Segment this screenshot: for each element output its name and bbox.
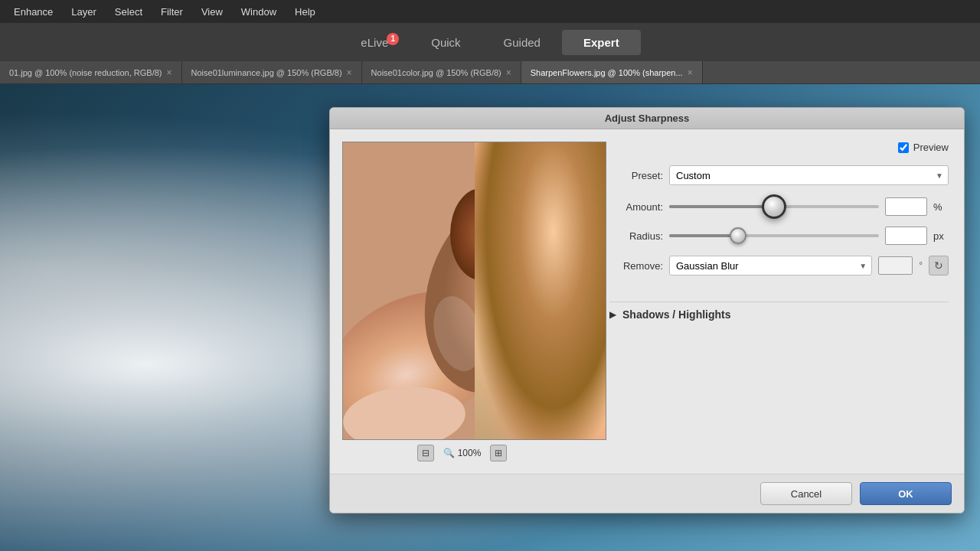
radius-slider-thumb[interactable] — [730, 227, 746, 244]
remove-angle-input[interactable]: 0 — [878, 256, 913, 275]
amount-label: Amount: — [609, 201, 663, 213]
preview-label: Preview — [913, 142, 949, 153]
amount-unit: % — [933, 201, 949, 213]
preset-value: Custom — [676, 170, 710, 181]
adjust-sharpness-dialog: Adjust Sharpness — [329, 107, 965, 514]
remove-label: Remove: — [609, 260, 663, 272]
zoom-icon: 🔍 — [443, 448, 455, 458]
mode-bar: eLive 1 Quick Guided Expert — [0, 23, 980, 61]
menu-enhance[interactable]: Enhance — [6, 3, 60, 21]
svg-point-5 — [493, 380, 592, 440]
preset-label: Preset: — [609, 170, 663, 181]
elive-badge: 1 — [387, 33, 399, 45]
menu-layer[interactable]: Layer — [64, 3, 104, 21]
doc-tab-2[interactable]: Noise01color.jpg @ 150% (RGB/8) × — [362, 61, 521, 83]
menu-select[interactable]: Select — [107, 3, 150, 21]
amount-input[interactable]: 128 — [885, 197, 927, 216]
preset-row: Preset: Custom ▼ — [609, 165, 949, 185]
radius-slider-container — [669, 228, 879, 243]
zoom-in-icon: ⊞ — [495, 448, 502, 458]
tab-quick[interactable]: Quick — [410, 30, 482, 55]
rotation-icon: ↻ — [934, 259, 943, 272]
dialog-body: ⊟ 🔍 100% ⊞ Preview — [330, 129, 964, 474]
dialog-footer: Cancel OK — [330, 474, 964, 513]
dialog-title: Adjust Sharpness — [605, 112, 690, 124]
close-tab-0[interactable]: × — [167, 67, 172, 78]
amount-slider-container — [669, 199, 879, 214]
close-tab-2[interactable]: × — [506, 67, 511, 78]
radius-unit: px — [933, 230, 949, 242]
zoom-display: 🔍 100% — [440, 448, 485, 458]
close-tab-3[interactable]: × — [688, 67, 693, 78]
ok-button[interactable]: OK — [860, 482, 952, 505]
close-tab-1[interactable]: × — [347, 67, 352, 78]
zoom-out-button[interactable]: ⊟ — [417, 445, 434, 461]
chevron-down-icon: ▼ — [936, 171, 943, 180]
radius-label: Radius: — [609, 230, 663, 242]
radius-row: Radius: 3.4 px — [609, 227, 949, 245]
doc-tab-0[interactable]: 01.jpg @ 100% (noise reduction, RGB/8) × — [0, 61, 182, 83]
amount-slider-fill — [669, 205, 774, 208]
preview-check-row: Preview — [609, 142, 949, 153]
radius-input[interactable]: 3.4 — [885, 227, 927, 245]
preview-toolbar: ⊟ 🔍 100% ⊞ — [342, 440, 582, 461]
preset-dropdown[interactable]: Custom ▼ — [669, 165, 949, 185]
zoom-out-icon: ⊟ — [422, 448, 430, 458]
remove-value: Gaussian Blur — [676, 260, 739, 272]
tab-expert[interactable]: Expert — [562, 30, 641, 55]
chevron-down-icon: ▼ — [859, 262, 867, 270]
controls-pane: Preview Preset: Custom ▼ Amount: — [594, 129, 964, 474]
preview-checkbox[interactable] — [898, 142, 909, 153]
radius-slider-fill — [669, 234, 738, 237]
preview-pane: ⊟ 🔍 100% ⊞ — [330, 129, 594, 474]
cancel-button[interactable]: Cancel — [760, 482, 852, 505]
doc-tab-1[interactable]: Noise01luminance.jpg @ 150% (RGB/8) × — [182, 61, 362, 83]
zoom-value: 100% — [458, 448, 482, 458]
menu-filter[interactable]: Filter — [153, 3, 191, 21]
shadows-highlights-row[interactable]: ▶ Shadows / Highlights — [609, 302, 949, 327]
remove-row: Remove: Gaussian Blur ▼ 0 ° ↻ — [609, 256, 949, 276]
remove-dropdown[interactable]: Gaussian Blur ▼ — [669, 256, 872, 276]
menu-bar: Enhance Layer Select Filter View Window … — [0, 0, 980, 23]
svg-point-4 — [450, 188, 511, 280]
degree-symbol: ° — [919, 260, 923, 271]
tab-guided[interactable]: Guided — [482, 30, 562, 55]
menu-help[interactable]: Help — [287, 3, 323, 21]
svg-point-3 — [466, 291, 606, 440]
amount-slider-thumb[interactable] — [762, 194, 786, 219]
rotation-button[interactable]: ↻ — [929, 256, 949, 276]
expand-arrow-icon: ▶ — [609, 309, 616, 320]
menu-window[interactable]: Window — [234, 3, 284, 21]
shadows-highlights-label: Shadows / Highlights — [622, 308, 731, 321]
zoom-in-button[interactable]: ⊞ — [490, 445, 507, 461]
dialog-titlebar: Adjust Sharpness — [330, 108, 964, 129]
preview-image[interactable] — [342, 142, 606, 440]
menu-view[interactable]: View — [194, 3, 230, 21]
doc-tab-3[interactable]: SharpenFlowers.jpg @ 100% (sharpen... × — [521, 61, 703, 83]
radius-slider-track — [669, 234, 879, 237]
canvas-area: Adjust Sharpness — [0, 84, 980, 551]
tab-bar: 01.jpg @ 100% (noise reduction, RGB/8) ×… — [0, 61, 980, 84]
amount-row: Amount: 128 % — [609, 197, 949, 216]
spacer — [609, 286, 949, 295]
tab-elive[interactable]: eLive 1 — [339, 30, 410, 55]
